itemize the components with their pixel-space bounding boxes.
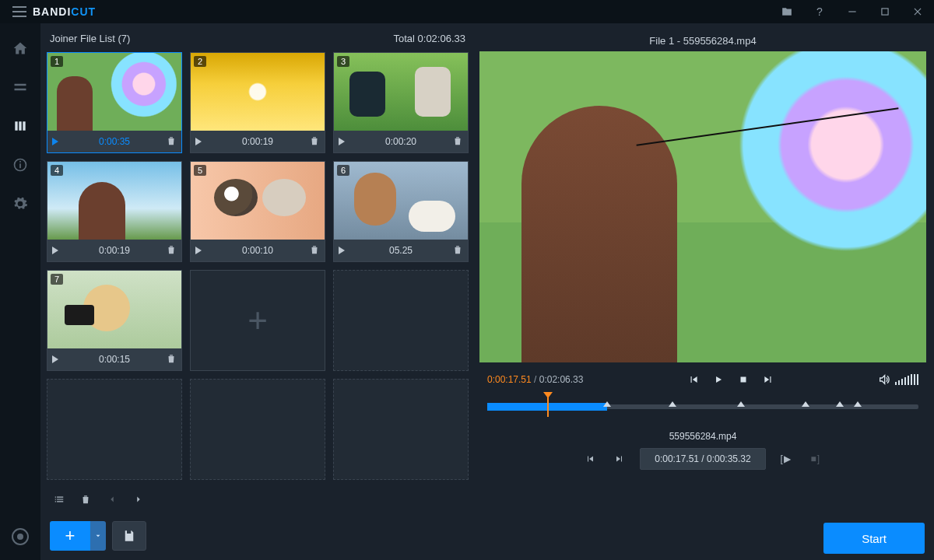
add-clip-slot[interactable]: + xyxy=(190,270,325,371)
start-button[interactable]: Start xyxy=(823,523,925,554)
clip-index: 4 xyxy=(51,165,63,176)
clip-delete-icon[interactable] xyxy=(166,244,177,257)
segment-controls: 0:00:17.51 / 0:00:35.32 [▶ ■] xyxy=(479,448,926,470)
menu-button[interactable] xyxy=(6,6,33,17)
clip-delete-icon[interactable] xyxy=(309,135,320,149)
delete-icon[interactable] xyxy=(76,490,95,509)
sidebar-joiner-icon[interactable] xyxy=(5,109,36,143)
clip-grid: 10:00:3520:00:1930:00:2040:00:1950:00:10… xyxy=(45,52,470,482)
clip-card[interactable]: 30:00:20 xyxy=(333,52,469,153)
help-button[interactable]: ? xyxy=(803,0,836,23)
empty-slot xyxy=(333,379,469,480)
close-button[interactable] xyxy=(901,0,934,23)
clip-index: 6 xyxy=(337,165,349,176)
clip-card[interactable]: 20:00:19 xyxy=(190,52,325,153)
clip-duration: 0:00:15 xyxy=(63,354,166,365)
transport-bar: 0:00:17.51 / 0:02:06.33 xyxy=(479,362,926,390)
timeline-filename: 559556284.mp4 xyxy=(669,431,737,442)
clip-play-icon[interactable] xyxy=(52,355,58,363)
clip-duration: 0:00:35 xyxy=(63,136,166,147)
playhead[interactable] xyxy=(547,397,549,417)
svg-rect-5 xyxy=(740,377,746,383)
clip-card[interactable]: 70:00:15 xyxy=(47,270,182,371)
clip-delete-icon[interactable] xyxy=(452,244,463,257)
clip-play-icon[interactable] xyxy=(339,138,345,145)
clip-duration: 05.25 xyxy=(349,245,452,256)
minimize-button[interactable] xyxy=(836,0,869,23)
save-button[interactable] xyxy=(112,521,146,551)
clear-list-icon[interactable] xyxy=(50,490,68,509)
clip-delete-icon[interactable] xyxy=(166,353,177,366)
titlebar: BANDICUT ? xyxy=(0,0,934,23)
sidebar xyxy=(0,23,40,560)
clip-delete-icon[interactable] xyxy=(452,135,463,149)
clip-index: 7 xyxy=(51,274,63,285)
clip-play-icon[interactable] xyxy=(195,247,202,254)
video-preview[interactable] xyxy=(479,51,926,362)
sidebar-info-icon[interactable] xyxy=(5,148,36,182)
next-frame-icon[interactable] xyxy=(763,374,774,385)
clip-card[interactable]: 605.25 xyxy=(333,161,469,262)
svg-rect-3 xyxy=(19,163,21,168)
clip-play-icon[interactable] xyxy=(52,138,58,145)
seg-prev-icon[interactable] xyxy=(581,450,599,467)
list-title: Joiner File List (7) xyxy=(50,33,130,44)
sidebar-home-icon[interactable] xyxy=(5,31,36,65)
add-file-button[interactable]: + xyxy=(50,521,90,551)
clip-index: 2 xyxy=(194,56,206,67)
next-page-icon[interactable] xyxy=(129,490,148,509)
clip-card[interactable]: 40:00:19 xyxy=(47,161,182,262)
clip-card[interactable]: 50:00:10 xyxy=(190,161,325,262)
action-bar: + xyxy=(45,512,470,554)
empty-slot xyxy=(47,379,182,480)
mark-in-icon[interactable]: [▶ xyxy=(777,450,795,467)
clip-play-icon[interactable] xyxy=(195,138,202,145)
maximize-button[interactable] xyxy=(869,0,901,23)
clip-card[interactable]: 10:00:35 xyxy=(47,52,182,153)
empty-slot xyxy=(333,270,469,371)
play-icon[interactable] xyxy=(713,374,724,385)
clip-play-icon[interactable] xyxy=(52,247,58,254)
empty-slot xyxy=(190,379,325,480)
prev-page-icon[interactable] xyxy=(103,490,121,509)
clip-duration: 0:00:20 xyxy=(349,136,452,147)
preview-panel: File 1 - 559556284.mp4 0:00:17.51 / 0:02… xyxy=(479,30,926,554)
preview-title: File 1 - 559556284.mp4 xyxy=(649,35,756,47)
file-list-panel: Joiner File List (7) Total 0:02:06.33 10… xyxy=(45,30,470,554)
record-button[interactable] xyxy=(5,520,36,554)
clip-duration: 0:00:19 xyxy=(63,245,166,256)
open-file-icon[interactable] xyxy=(771,0,803,23)
list-total-label: Total xyxy=(393,33,414,44)
list-total-time: 0:02:06.33 xyxy=(418,33,465,44)
svg-rect-0 xyxy=(848,11,855,12)
clip-delete-icon[interactable] xyxy=(166,135,177,149)
list-toolbar xyxy=(45,487,470,512)
clip-index: 3 xyxy=(337,56,349,67)
add-button-group: + xyxy=(50,521,106,551)
add-dropdown-button[interactable] xyxy=(90,521,106,551)
clip-index: 5 xyxy=(194,165,206,176)
clip-duration: 0:00:19 xyxy=(206,136,309,147)
volume-control[interactable] xyxy=(878,373,918,386)
playback-time: 0:00:17.51 / 0:02:06.33 xyxy=(487,374,583,385)
clip-delete-icon[interactable] xyxy=(309,244,320,257)
app-brand: BANDICUT xyxy=(33,5,96,18)
sidebar-settings-icon[interactable] xyxy=(5,187,36,221)
mark-out-icon[interactable]: ■] xyxy=(806,450,825,467)
sidebar-cut-icon[interactable] xyxy=(5,70,36,104)
seg-next-icon[interactable] xyxy=(610,450,629,467)
segment-time: 0:00:17.51 / 0:00:35.32 xyxy=(640,448,765,470)
timeline[interactable] xyxy=(487,394,918,425)
clip-index: 1 xyxy=(51,56,63,67)
clip-play-icon[interactable] xyxy=(339,247,345,254)
stop-icon[interactable] xyxy=(738,374,749,385)
svg-rect-1 xyxy=(882,9,888,15)
prev-frame-icon[interactable] xyxy=(688,374,699,385)
clip-duration: 0:00:10 xyxy=(206,245,309,256)
svg-rect-4 xyxy=(19,161,21,163)
